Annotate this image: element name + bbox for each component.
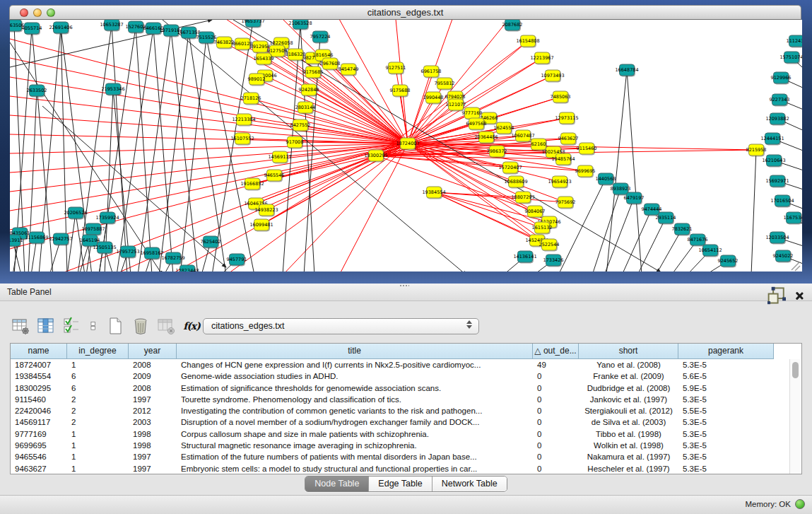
graph-node[interactable]: 8427552 [290,119,311,131]
function-builder-icon[interactable]: f(x) [182,317,201,335]
graph-node[interactable]: 22691406 [49,22,72,33]
graph-node[interactable]: 9227343 [770,94,790,105]
graph-node[interactable]: 9463627 [558,133,579,144]
graph-node[interactable]: 19166852 [240,178,264,189]
graph-node[interactable]: 9129966 [771,72,792,83]
table-row[interactable]: 911546021997Tourette syndrome. Phenomeno… [11,394,801,405]
graph-node[interactable]: 14136141 [513,251,536,262]
graph-node[interactable]: 7955812 [435,78,455,89]
graph-node[interactable]: 9777169 [462,107,483,119]
graph-node[interactable]: 10653287 [100,20,123,30]
graph-node[interactable]: 7625402 [201,236,221,247]
table-row[interactable]: 1872400712008Changes of HCN gene express… [11,359,801,370]
network-window-titlebar[interactable]: citations_edges.txt [9,5,801,20]
graph-node[interactable]: 9242848 [299,84,319,95]
table-row[interactable]: 969969511998Structural magnetic resonanc… [11,440,801,451]
network-graph[interactable]: 2263506405571422691406106532871527602846… [10,20,802,271]
graph-node[interactable]: 7957224 [310,31,331,42]
graph-node[interactable]: 15692971 [765,175,789,187]
table-row[interactable]: 946554611997Estimation of the future num… [11,451,801,462]
graph-node[interactable]: 1167534 [784,212,802,223]
float-panel-icon[interactable] [767,286,786,305]
graph-node[interactable]: 16107552 [230,133,254,144]
graph-node[interactable]: 2522544 [539,239,560,250]
graph-node[interactable]: 12444151 [760,133,784,144]
graph-node[interactable]: 9245652 [718,255,739,267]
network-canvas[interactable]: 2263506405571422691406106532871527602846… [10,20,802,271]
graph-node[interactable]: 12973115 [555,112,578,124]
graph-node[interactable]: 2718126 [241,93,261,104]
graph-node[interactable]: 8471676 [688,234,708,245]
table-select-dropdown[interactable]: citations_edges.txt [203,318,479,334]
graph-node[interactable]: 17016504 [770,195,794,206]
new-table-icon[interactable] [106,317,124,335]
graph-node[interactable]: 12213967 [530,52,553,64]
table-row[interactable]: 2242004622012Investigating the contribut… [11,405,801,416]
column-header-pagerank[interactable]: pagerank [678,344,774,359]
tab-node-table[interactable]: Node Table [305,477,368,491]
graph-node[interactable]: 62160 [531,139,546,150]
graph-node[interactable]: 16154808 [516,35,539,47]
graph-node[interactable]: 12823448 [175,265,199,271]
graph-node[interactable]: 9465546 [264,170,285,181]
show-column-icon[interactable] [37,317,55,335]
table-row[interactable]: 1830029562008Estimation of significance … [11,382,801,394]
graph-node[interactable]: 1121077 [446,99,466,110]
graph-node[interactable]: 6479197 [624,192,645,204]
graph-node[interactable]: 7832621 [672,223,693,235]
column-header-year[interactable]: year [129,344,177,359]
graph-node[interactable]: 17359924 [95,212,119,223]
graph-node[interactable]: 1615132 [532,222,553,233]
graph-node[interactable]: 1654339 [254,53,274,64]
graph-node[interactable]: 2967608 [320,58,341,69]
column-header-out_de[interactable]: △ out_de... [533,344,579,359]
graph-node[interactable]: 16958167 [140,247,163,259]
graph-node[interactable]: 19653737 [241,20,264,27]
select-columns-icon[interactable] [62,317,81,335]
graph-node[interactable]: 16648784 [615,64,638,76]
graph-node[interactable]: 10654112 [698,245,722,256]
table-row[interactable]: 1456911722003Disruption of a novel membe… [11,416,801,428]
table-row[interactable]: 977716911998Corpus callosum shape and si… [11,428,801,440]
tab-network-table[interactable]: Network Table [432,477,507,491]
column-header-name[interactable]: name [11,344,67,359]
graph-node[interactable]: 6961758 [421,66,442,77]
graph-node[interactable]: 2087682 [502,20,523,30]
graph-node[interactable]: 917008 [286,136,304,148]
graph-node[interactable]: 15751074 [779,52,802,63]
graph-node[interactable]: 4055714 [22,23,42,34]
graph-node[interactable]: 7463822 [214,37,235,48]
graph-node[interactable]: 9175685 [303,66,324,78]
graph-node[interactable]: 7975692 [555,197,576,208]
graph-node[interactable]: 9115460 [577,143,597,154]
table-row[interactable]: 946362711997Embryonic stem cells: a mode… [11,463,801,474]
graph-node[interactable]: 16210643 [762,155,785,166]
column-header-title[interactable]: title [177,344,533,359]
close-panel-icon[interactable] [794,291,804,300]
graph-node[interactable]: 2803144 [295,102,316,113]
table-settings-icon[interactable] [11,317,30,335]
delete-table-icon[interactable] [131,317,150,335]
graph-node[interactable]: 2935114 [656,212,676,223]
graph-node[interactable]: 21063528 [288,20,312,29]
graph-node[interactable]: 10975887 [81,223,105,235]
memory-status-icon[interactable] [795,499,805,509]
graph-node[interactable]: 1733426 [543,255,564,266]
table-panel-header[interactable]: Table Panel [0,284,812,301]
graph-node[interactable]: 9699695 [575,165,596,177]
graph-node[interactable]: 9175688 [390,85,411,96]
tab-edge-table[interactable]: Edge Table [368,477,431,491]
scrollbar-thumb[interactable] [792,362,799,378]
graph-node[interactable]: 12213384 [232,114,255,125]
graph-node[interactable]: 8454749 [339,64,359,75]
graph-node[interactable]: 989012 [248,74,266,85]
graph-node[interactable]: 2633502 [27,85,47,96]
graph-node[interactable]: 12033504 [765,232,789,243]
graph-node[interactable]: 8215958 [746,144,767,156]
graph-node[interactable]: 10688609 [504,176,527,187]
graph-node[interactable]: 9245022 [773,250,794,262]
graph-node[interactable]: 9084067 [525,206,546,217]
graph-node[interactable]: 19654923 [548,176,571,187]
column-header-in_degree[interactable]: in_degree [67,344,129,359]
graph-node[interactable]: 1990448 [423,92,444,103]
